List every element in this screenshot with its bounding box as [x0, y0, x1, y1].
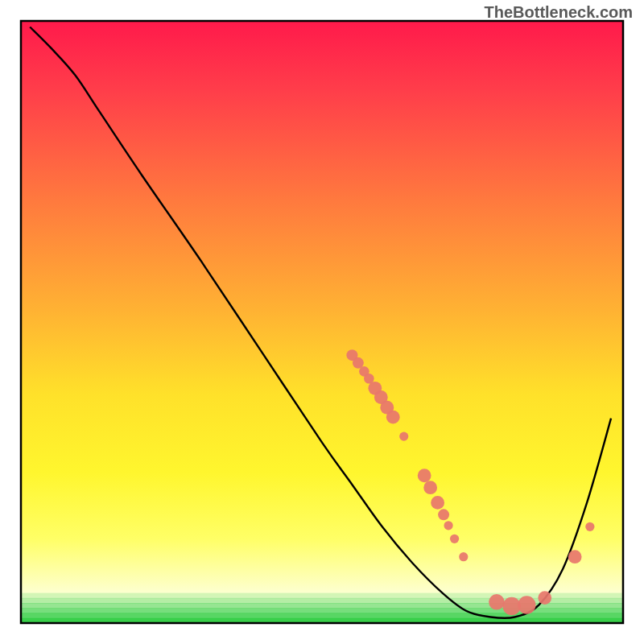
curve-marker [444, 521, 452, 530]
chart-container: TheBottleneck.com [0, 0, 644, 644]
curve-marker [386, 411, 400, 424]
svg-rect-1 [21, 613, 623, 619]
curve-marker [459, 552, 468, 561]
curve-marker [518, 596, 535, 613]
curve-marker [399, 432, 408, 441]
gradient-background [21, 21, 623, 623]
curve-marker [538, 591, 551, 605]
bottleneck-chart [0, 0, 644, 644]
curve-marker [423, 481, 437, 494]
curve-marker [418, 469, 431, 482]
plot-area [21, 21, 623, 624]
curve-marker [450, 535, 459, 543]
curve-marker [489, 594, 505, 610]
svg-rect-5 [21, 593, 623, 599]
curve-marker [585, 522, 594, 531]
curve-marker [568, 550, 582, 564]
curve-marker [438, 509, 449, 520]
curve-marker [431, 496, 444, 510]
watermark-text: TheBottleneck.com [485, 3, 633, 22]
